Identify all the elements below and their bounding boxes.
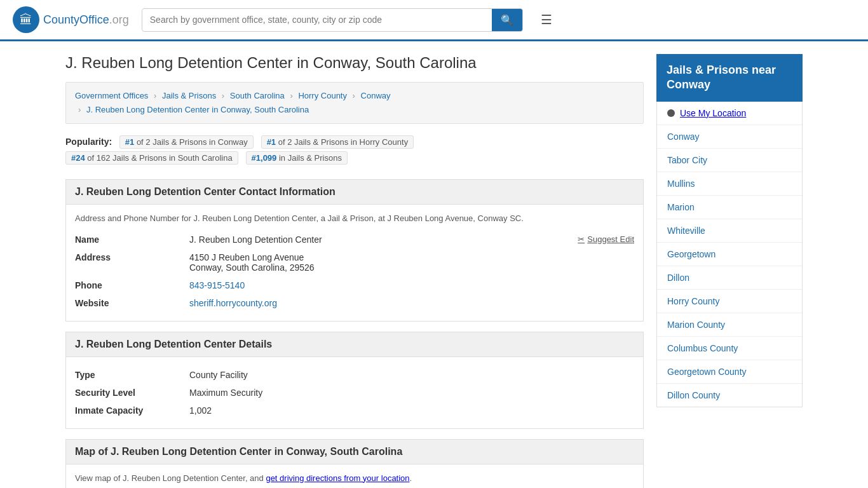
page-title: J. Reuben Long Detention Center in Conwa…	[65, 54, 644, 72]
sidebar-item-tabor-city[interactable]: Tabor City	[657, 149, 802, 172]
sidebar-item-dillon-county[interactable]: Dillon County	[657, 384, 802, 407]
sidebar-link-columbus-county[interactable]: Columbus County	[667, 343, 738, 353]
type-value: County Facility	[189, 370, 634, 380]
popularity-label: Popularity:	[65, 137, 112, 147]
site-header: 🏛 CountyOffice.org 🔍 ☰	[0, 0, 868, 41]
popularity-badge-2: #1 of 2 Jails & Prisons in Horry County	[261, 135, 414, 149]
search-icon: 🔍	[501, 15, 513, 25]
security-value: Maximum Security	[189, 388, 634, 398]
sidebar-item-mullins[interactable]: Mullins	[657, 172, 802, 196]
map-block: View map of J. Reuben Long Detention Cen…	[65, 464, 644, 488]
sidebar-item-columbus-county[interactable]: Columbus County	[657, 337, 802, 360]
details-table: Type County Facility Security Level Maxi…	[75, 366, 634, 419]
search-area: 🔍	[142, 8, 523, 32]
search-input[interactable]	[142, 10, 492, 30]
breadcrumb: Government Offices › Jails & Prisons › S…	[65, 82, 644, 124]
website-link[interactable]: sheriff.horrycounty.org	[189, 298, 277, 308]
sidebar-item-whiteville[interactable]: Whiteville	[657, 219, 802, 243]
content-area: J. Reuben Long Detention Center in Conwa…	[65, 54, 644, 488]
capacity-row: Inmate Capacity 1,002	[75, 402, 634, 419]
main-container: J. Reuben Long Detention Center in Conwa…	[53, 41, 815, 488]
breadcrumb-government-offices[interactable]: Government Offices	[75, 91, 148, 100]
sidebar-link-dillon[interactable]: Dillon	[667, 273, 689, 283]
breadcrumb-jails-prisons[interactable]: Jails & Prisons	[162, 91, 216, 100]
sidebar-header: Jails & Prisons near Conway	[656, 54, 803, 102]
phone-label: Phone	[75, 280, 189, 290]
sidebar-link-mullins[interactable]: Mullins	[667, 179, 695, 189]
phone-value: 843-915-5140	[189, 280, 634, 290]
breadcrumb-conway[interactable]: Conway	[361, 91, 391, 100]
sidebar-link-horry-county[interactable]: Horry County	[667, 296, 719, 306]
capacity-value: 1,002	[189, 405, 634, 416]
popularity-badge-4: #1,099 in Jails & Prisons	[246, 151, 348, 165]
phone-link[interactable]: 843-915-5140	[189, 280, 245, 290]
contact-desc: Address and Phone Number for J. Reuben L…	[75, 214, 634, 223]
website-value: sheriff.horrycounty.org	[189, 298, 634, 308]
location-dot-icon	[667, 109, 675, 117]
sidebar-item-horry-county[interactable]: Horry County	[657, 290, 802, 313]
capacity-label: Inmate Capacity	[75, 405, 189, 416]
type-label: Type	[75, 370, 189, 380]
contact-section-header: J. Reuben Long Detention Center Contact …	[65, 179, 644, 205]
security-label: Security Level	[75, 388, 189, 398]
use-my-location-item[interactable]: Use My Location	[657, 102, 802, 125]
breadcrumb-horry-county[interactable]: Horry County	[298, 91, 347, 100]
menu-icon: ☰	[541, 13, 552, 27]
contact-detail-table: Name J. Reuben Long Detention Center ✂ S…	[75, 231, 634, 312]
sidebar-item-conway[interactable]: Conway	[657, 125, 802, 149]
sidebar-item-dillon[interactable]: Dillon	[657, 266, 802, 290]
search-button[interactable]: 🔍	[492, 9, 522, 31]
sidebar-link-conway[interactable]: Conway	[667, 132, 700, 142]
sidebar-link-tabor-city[interactable]: Tabor City	[667, 155, 707, 165]
sidebar-link-georgetown-county[interactable]: Georgetown County	[667, 367, 747, 377]
sidebar-item-georgetown[interactable]: Georgetown	[657, 243, 802, 266]
name-row: Name J. Reuben Long Detention Center ✂ S…	[75, 231, 634, 248]
logo-link[interactable]: 🏛 CountyOffice.org	[13, 6, 129, 33]
sidebar-item-marion-county[interactable]: Marion County	[657, 313, 802, 337]
address-row: Address 4150 J Reuben Long Avenue Conway…	[75, 248, 634, 276]
name-value: J. Reuben Long Detention Center	[189, 234, 578, 245]
popularity-badge-3: #24 of 162 Jails & Prisons in South Caro…	[65, 151, 238, 165]
breadcrumb-south-carolina[interactable]: South Carolina	[230, 91, 285, 100]
sidebar-item-marion[interactable]: Marion	[657, 196, 802, 219]
address-label: Address	[75, 252, 189, 262]
popularity-area: Popularity: #1 of 2 Jails & Prisons in C…	[65, 134, 644, 166]
suggest-edit-button[interactable]: ✂ Suggest Edit	[578, 234, 634, 244]
sidebar-link-georgetown[interactable]: Georgetown	[667, 249, 715, 259]
logo-icon: 🏛	[13, 6, 39, 33]
sidebar-body: Use My Location Conway Tabor City Mullin…	[656, 102, 803, 407]
sidebar-link-dillon-county[interactable]: Dillon County	[667, 390, 720, 400]
sidebar: Jails & Prisons near Conway Use My Locat…	[656, 54, 803, 488]
type-row: Type County Facility	[75, 366, 634, 384]
contact-block: Address and Phone Number for J. Reuben L…	[65, 205, 644, 322]
use-my-location-link[interactable]: Use My Location	[680, 108, 746, 118]
website-label: Website	[75, 298, 189, 308]
map-directions-link[interactable]: get driving directions from your locatio…	[266, 473, 409, 483]
map-desc: View map of J. Reuben Long Detention Cen…	[75, 473, 634, 483]
address-value: 4150 J Reuben Long Avenue Conway, South …	[189, 252, 634, 273]
website-row: Website sheriff.horrycounty.org	[75, 294, 634, 312]
logo-text: CountyOffice.org	[43, 13, 129, 27]
edit-icon: ✂	[578, 234, 585, 244]
menu-button[interactable]: ☰	[536, 10, 557, 30]
breadcrumb-current[interactable]: J. Reuben Long Detention Center in Conwa…	[86, 105, 309, 114]
popularity-badge-1: #1 of 2 Jails & Prisons in Conway	[119, 135, 254, 149]
sidebar-link-marion-county[interactable]: Marion County	[667, 320, 725, 330]
sidebar-link-whiteville[interactable]: Whiteville	[667, 226, 705, 236]
details-block: Type County Facility Security Level Maxi…	[65, 357, 644, 429]
phone-row: Phone 843-915-5140	[75, 276, 634, 294]
map-section-header: Map of J. Reuben Long Detention Center i…	[65, 439, 644, 464]
name-label: Name	[75, 234, 189, 245]
sidebar-link-marion[interactable]: Marion	[667, 202, 695, 212]
details-section-header: J. Reuben Long Detention Center Details	[65, 332, 644, 357]
security-row: Security Level Maximum Security	[75, 384, 634, 402]
sidebar-item-georgetown-county[interactable]: Georgetown County	[657, 360, 802, 384]
